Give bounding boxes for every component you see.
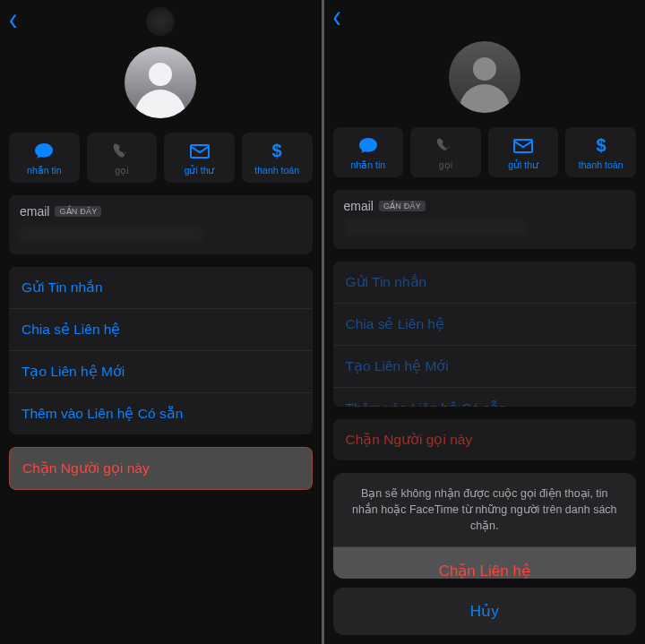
email-card[interactable]: email GẦN ĐÂY bbox=[9, 195, 313, 254]
block-confirm-button[interactable]: Chặn Liên hệ bbox=[333, 547, 637, 579]
block-caller-label: Chặn Người gọi này bbox=[22, 460, 150, 476]
mail-label: gửi thư bbox=[508, 159, 538, 170]
dollar-icon: $ bbox=[271, 142, 283, 161]
email-value-redacted bbox=[344, 220, 527, 236]
quick-actions: nhắn tin gọi gửi thư $ thanh toán bbox=[0, 133, 322, 195]
add-existing-contact-option[interactable]: Thêm vào Liên hệ Có sẵn bbox=[9, 393, 313, 434]
avatar-container bbox=[324, 34, 646, 127]
message-label: nhắn tin bbox=[27, 165, 62, 176]
block-caller-button: Chặn Người gọi này bbox=[333, 419, 637, 460]
block-caller-label: Chặn Người gọi này bbox=[346, 432, 473, 447]
back-button[interactable]: ‹ bbox=[328, 0, 347, 36]
mail-label: gửi thư bbox=[185, 165, 215, 176]
contact-options-list: Gửi Tin nhắn Chia sẻ Liên hệ Tạo Liên hệ… bbox=[9, 267, 313, 434]
phone-icon bbox=[436, 136, 454, 156]
email-recent-badge: GẦN ĐÂY bbox=[55, 206, 101, 217]
call-button: gọi bbox=[410, 127, 481, 177]
phone-icon bbox=[113, 142, 131, 161]
block-caller-button[interactable]: Chặn Người gọi này bbox=[9, 447, 313, 490]
pay-button[interactable]: $ thanh toán bbox=[242, 133, 313, 183]
share-contact-option[interactable]: Chia sẻ Liên hệ bbox=[9, 309, 313, 351]
message-button[interactable]: nhắn tin bbox=[9, 133, 80, 183]
svg-text:$: $ bbox=[596, 136, 606, 155]
email-value-redacted bbox=[20, 226, 202, 242]
svg-text:$: $ bbox=[272, 142, 282, 160]
top-bar: ‹ bbox=[324, 0, 646, 34]
message-icon bbox=[358, 136, 378, 156]
add-existing-contact-option[interactable]: Thêm vào Liên hệ Có sẵn bbox=[333, 388, 637, 407]
contact-avatar bbox=[449, 41, 520, 113]
mail-button[interactable]: gửi thư bbox=[488, 127, 559, 177]
call-button: gọi bbox=[87, 133, 158, 183]
block-confirm-message: Bạn sẽ không nhận được cuộc gọi điện tho… bbox=[333, 473, 637, 547]
pay-button[interactable]: $ thanh toán bbox=[565, 127, 636, 177]
screen-right: ‹ nhắn tin gọi gửi thư $ thanh to bbox=[324, 0, 646, 644]
avatar-container bbox=[0, 39, 322, 133]
call-label: gọi bbox=[115, 165, 128, 176]
email-card[interactable]: email GẦN ĐÂY bbox=[333, 190, 637, 249]
share-contact-option[interactable]: Chia sẻ Liên hệ bbox=[333, 304, 637, 346]
call-label: gọi bbox=[439, 159, 452, 170]
create-new-contact-option[interactable]: Tạo Liên hệ Mới bbox=[333, 346, 637, 388]
message-label: nhắn tin bbox=[351, 159, 386, 170]
send-message-option[interactable]: Gửi Tin nhắn bbox=[9, 267, 313, 309]
contact-options-list: Gửi Tin nhắn Chia sẻ Liên hệ Tạo Liên hệ… bbox=[333, 262, 637, 407]
cancel-button[interactable]: Hủy bbox=[333, 588, 637, 635]
email-label: email bbox=[344, 199, 374, 213]
back-button[interactable]: ‹ bbox=[4, 1, 22, 39]
email-label: email bbox=[20, 204, 49, 219]
quick-actions: nhắn tin gọi gửi thư $ thanh toán bbox=[324, 127, 646, 190]
message-button[interactable]: nhắn tin bbox=[333, 127, 404, 177]
create-new-contact-option[interactable]: Tạo Liên hệ Mới bbox=[9, 351, 313, 393]
mail-icon bbox=[513, 136, 533, 156]
contact-avatar bbox=[125, 47, 196, 118]
pay-label: thanh toán bbox=[254, 165, 299, 176]
block-confirm-sheet: Bạn sẽ không nhận được cuộc gọi điện tho… bbox=[333, 473, 637, 579]
pay-label: thanh toán bbox=[579, 159, 624, 170]
screen-left: ‹ nhắn tin gọi gửi thư $ tha bbox=[0, 0, 322, 644]
dollar-icon: $ bbox=[595, 136, 607, 156]
mail-button[interactable]: gửi thư bbox=[164, 133, 235, 183]
home-indicator bbox=[146, 7, 175, 36]
email-recent-badge: GẦN ĐÂY bbox=[379, 201, 426, 211]
mail-icon bbox=[190, 142, 210, 161]
send-message-option[interactable]: Gửi Tin nhắn bbox=[333, 262, 637, 304]
message-icon bbox=[34, 142, 54, 161]
top-bar: ‹ bbox=[0, 0, 322, 39]
